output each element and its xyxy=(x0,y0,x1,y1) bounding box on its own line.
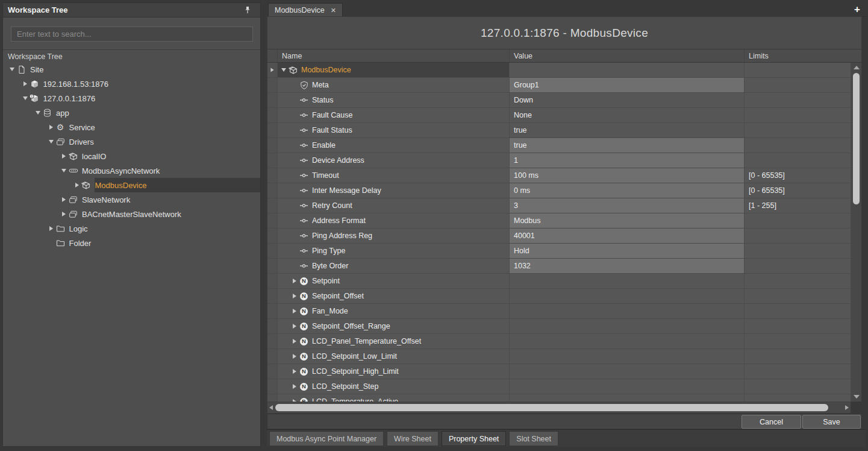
vertical-scrollbar-thumb[interactable] xyxy=(853,73,860,204)
tree-item-service[interactable]: ⚙Service xyxy=(3,120,260,134)
table-row-ping-type[interactable]: Ping TypeHold xyxy=(267,244,851,259)
tab-property-sheet[interactable]: Property Sheet xyxy=(442,431,506,446)
collapse-arrow-icon[interactable] xyxy=(34,111,42,115)
table-row-status[interactable]: StatusDown xyxy=(267,93,851,108)
value-cell[interactable]: 100 ms xyxy=(510,168,745,183)
table-row-ping-address-reg[interactable]: Ping Address Reg40001 xyxy=(267,229,851,244)
tab-slot-sheet[interactable]: Slot Sheet xyxy=(509,431,558,446)
expand-arrow-icon[interactable] xyxy=(47,226,55,231)
table-row-enable[interactable]: Enabletrue xyxy=(267,138,851,153)
value-cell[interactable]: Group1 xyxy=(510,78,745,92)
cancel-button[interactable]: Cancel xyxy=(742,415,801,429)
tree-item-localio[interactable]: localIO xyxy=(3,149,260,163)
name-cell[interactable]: BLCD_Temperature_Active xyxy=(278,394,510,402)
collapse-arrow-icon[interactable] xyxy=(21,96,30,100)
name-cell[interactable]: ModbusDevice xyxy=(278,63,510,77)
expand-arrow-icon[interactable] xyxy=(73,183,81,188)
search-input[interactable] xyxy=(11,27,253,42)
scroll-down-icon[interactable] xyxy=(854,395,860,399)
name-cell[interactable]: Enable xyxy=(278,138,510,153)
tree-item-modbusasyncnetwork[interactable]: ModbusAsyncNetwork xyxy=(3,163,260,178)
value-cell[interactable]: 40001 xyxy=(510,229,745,243)
tree-item-modbusdevice[interactable]: ModbusDevice xyxy=(3,178,260,192)
value-cell[interactable]: 1 xyxy=(510,153,745,168)
expand-arrow-icon[interactable] xyxy=(60,212,68,216)
name-cell[interactable]: Status xyxy=(278,93,510,107)
table-row-lcd-panel-temperature-offset[interactable]: NLCD_Panel_Temperature_Offset xyxy=(267,334,851,349)
value-cell[interactable]: 1032 xyxy=(510,259,745,273)
save-button[interactable]: Save xyxy=(802,415,861,429)
tree-item-app[interactable]: app xyxy=(3,106,260,120)
table-row-timeout[interactable]: Timeout100 ms[0 - 65535] xyxy=(267,168,851,183)
table-row-lcd-temperature-active[interactable]: BLCD_Temperature_Active xyxy=(267,394,851,402)
name-cell[interactable]: NLCD_Panel_Temperature_Offset xyxy=(278,334,510,348)
pin-icon[interactable] xyxy=(242,5,252,15)
table-row-modbusdevice[interactable]: ModbusDevice xyxy=(267,63,851,78)
expand-arrow-icon[interactable] xyxy=(290,384,299,389)
new-tab-button[interactable]: + xyxy=(854,3,860,16)
collapse-arrow-icon[interactable] xyxy=(279,68,288,72)
tab-modbusdevice[interactable]: ModbusDevice ✕ xyxy=(268,3,343,17)
tab-wire-sheet[interactable]: Wire Sheet xyxy=(387,431,439,446)
name-cell[interactable]: Meta xyxy=(278,78,510,92)
expand-arrow-icon[interactable] xyxy=(290,294,299,298)
name-cell[interactable]: Retry Count xyxy=(278,198,510,213)
tree-item-127-0-0-1-1876[interactable]: !127.0.0.1:1876 xyxy=(3,91,260,106)
table-row-byte-order[interactable]: Byte Order1032 xyxy=(267,259,851,274)
table-row-lcd-setpoint-step[interactable]: NLCD_Setpoint_Step xyxy=(267,379,851,394)
table-row-device-address[interactable]: Device Address1 xyxy=(267,153,851,168)
table-row-setpoint-offset-range[interactable]: NSetpoint_Offset_Range xyxy=(267,319,851,334)
expand-arrow-icon[interactable] xyxy=(290,324,299,329)
table-row-lcd-setpoint-high-limit[interactable]: NLCD_Setpoint_High_Limit xyxy=(267,364,851,379)
table-row-setpoint-offset[interactable]: NSetpoint_Offset xyxy=(267,289,851,304)
expand-arrow-icon[interactable] xyxy=(60,197,68,202)
column-name[interactable]: Name xyxy=(278,49,510,62)
scroll-left-icon[interactable] xyxy=(269,405,273,410)
column-limits[interactable]: Limits xyxy=(745,49,861,62)
expand-arrow-icon[interactable] xyxy=(290,339,299,344)
collapse-arrow-icon[interactable] xyxy=(60,169,68,172)
name-cell[interactable]: NLCD_Setpoint_High_Limit xyxy=(278,364,510,379)
scroll-up-icon[interactable] xyxy=(854,66,860,69)
name-cell[interactable]: Timeout xyxy=(278,168,510,183)
name-cell[interactable]: Ping Address Reg xyxy=(278,229,510,243)
expand-arrow-icon[interactable] xyxy=(290,369,299,374)
name-cell[interactable]: Ping Type xyxy=(278,244,510,258)
name-cell[interactable]: Device Address xyxy=(278,153,510,168)
tree-item-192-168-1-53-1876[interactable]: 192.168.1.53:1876 xyxy=(3,77,260,91)
name-cell[interactable]: NSetpoint xyxy=(278,274,510,288)
collapse-arrow-icon[interactable] xyxy=(8,68,16,71)
tree-item-slavenetwork[interactable]: SlaveNetwork xyxy=(3,192,260,207)
column-value[interactable]: Value xyxy=(510,49,745,62)
expand-arrow-icon[interactable] xyxy=(60,154,68,159)
table-row-address-format[interactable]: Address FormatModbus xyxy=(267,213,851,229)
tree-item-bacnetmasterslavenetwork[interactable]: BACnetMasterSlaveNetwork xyxy=(3,207,260,221)
table-row-setpoint[interactable]: NSetpoint xyxy=(267,274,851,289)
expand-arrow-icon[interactable] xyxy=(290,309,299,314)
expand-arrow-icon[interactable] xyxy=(290,279,299,283)
name-cell[interactable]: Address Format xyxy=(278,213,510,228)
tree-item-folder[interactable]: Folder xyxy=(3,236,260,250)
name-cell[interactable]: NFan_Mode xyxy=(278,304,510,318)
scroll-right-icon[interactable] xyxy=(845,405,849,410)
value-cell[interactable]: Hold xyxy=(510,244,745,258)
horizontal-scrollbar[interactable] xyxy=(267,402,851,414)
table-row-fault-cause[interactable]: Fault CauseNone xyxy=(267,108,851,123)
table-row-meta[interactable]: MetaGroup1 xyxy=(267,78,851,93)
table-row-inter-message-delay[interactable]: Inter Message Delay0 ms[0 - 65535] xyxy=(267,183,851,198)
table-row-fault-status[interactable]: Fault Statustrue xyxy=(267,123,851,138)
name-cell[interactable]: Fault Status xyxy=(278,123,510,137)
name-cell[interactable]: Fault Cause xyxy=(278,108,510,122)
name-cell[interactable]: NSetpoint_Offset_Range xyxy=(278,319,510,333)
value-cell[interactable]: 3 xyxy=(510,198,745,213)
tree-item-drivers[interactable]: Drivers xyxy=(3,134,260,149)
name-cell[interactable]: Inter Message Delay xyxy=(278,183,510,198)
name-cell[interactable]: NSetpoint_Offset xyxy=(278,289,510,303)
close-icon[interactable]: ✕ xyxy=(331,7,336,14)
vertical-scrollbar[interactable] xyxy=(851,63,862,402)
value-cell[interactable]: true xyxy=(510,138,745,153)
name-cell[interactable]: NLCD_Setpoint_Low_Limit xyxy=(278,349,510,364)
horizontal-scrollbar-thumb[interactable] xyxy=(275,404,828,411)
tree-item-site[interactable]: Site xyxy=(3,62,260,77)
value-cell[interactable]: Modbus xyxy=(510,213,745,228)
